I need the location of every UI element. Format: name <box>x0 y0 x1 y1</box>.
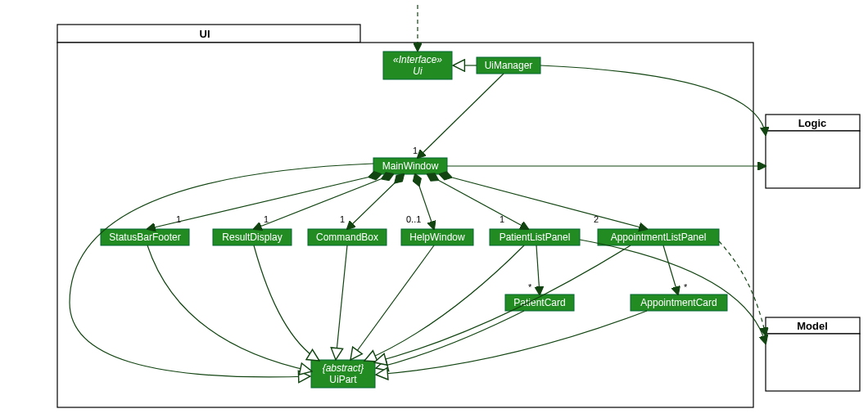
class-ui-interface: «Interface» Ui <box>383 52 452 79</box>
class-mainwindow-name: MainWindow <box>382 160 439 172</box>
class-uipart-name: UiPart <box>329 374 357 385</box>
class-rd-name: ResultDisplay <box>222 231 282 243</box>
class-commandbox: CommandBox <box>308 229 387 245</box>
mult-plp: 1 <box>500 214 504 224</box>
class-patientlistpanel: PatientListPanel <box>490 229 580 245</box>
mult-rd: 1 <box>264 214 269 224</box>
class-uipart-stereo: {abstract} <box>323 362 364 374</box>
package-ui-label: UI <box>200 28 210 40</box>
class-ui-name: Ui <box>413 65 423 77</box>
svg-rect-3 <box>766 131 860 188</box>
class-appointmentlistpanel: AppointmentListPanel <box>598 229 719 245</box>
class-sbf-name: StatusBarFooter <box>109 231 180 243</box>
package-ui: UI <box>57 25 753 407</box>
mult-hw: 0..1 <box>406 214 421 224</box>
class-uimanager: UiManager <box>477 57 540 74</box>
uml-diagram: UI Logic Model «Interface» Ui UiManager … <box>0 0 868 418</box>
package-logic-label: Logic <box>798 117 827 129</box>
svg-rect-5 <box>766 334 860 391</box>
class-uimanager-name: UiManager <box>485 60 533 71</box>
class-cb-name: CommandBox <box>316 231 378 243</box>
mult-alp: 2 <box>594 214 599 224</box>
mult-uimgr-main: 1 <box>413 146 418 155</box>
mult-cb: 1 <box>340 214 345 224</box>
class-mainwindow: MainWindow <box>373 158 447 174</box>
mult-pc: * <box>528 282 532 292</box>
package-logic: Logic <box>766 115 860 188</box>
mult-sbf: 1 <box>176 214 181 224</box>
class-uipart: {abstract} UiPart <box>311 360 375 388</box>
class-resultdisplay: ResultDisplay <box>213 229 292 245</box>
package-model-label: Model <box>797 320 828 332</box>
package-model: Model <box>766 317 860 391</box>
class-hw-name: HelpWindow <box>409 231 465 243</box>
svg-rect-1 <box>57 43 753 407</box>
mult-ac: * <box>684 282 688 292</box>
class-alp-name: AppointmentListPanel <box>611 231 707 243</box>
class-pc-name: PatientCard <box>513 297 565 308</box>
class-statusbarfooter: StatusBarFooter <box>101 229 189 245</box>
class-plp-name: PatientListPanel <box>500 231 571 243</box>
class-ui-stereo: «Interface» <box>393 54 442 65</box>
class-helpwindow: HelpWindow <box>401 229 473 245</box>
class-ac-name: AppointmentCard <box>640 297 717 308</box>
class-appointmentcard: AppointmentCard <box>631 294 727 311</box>
